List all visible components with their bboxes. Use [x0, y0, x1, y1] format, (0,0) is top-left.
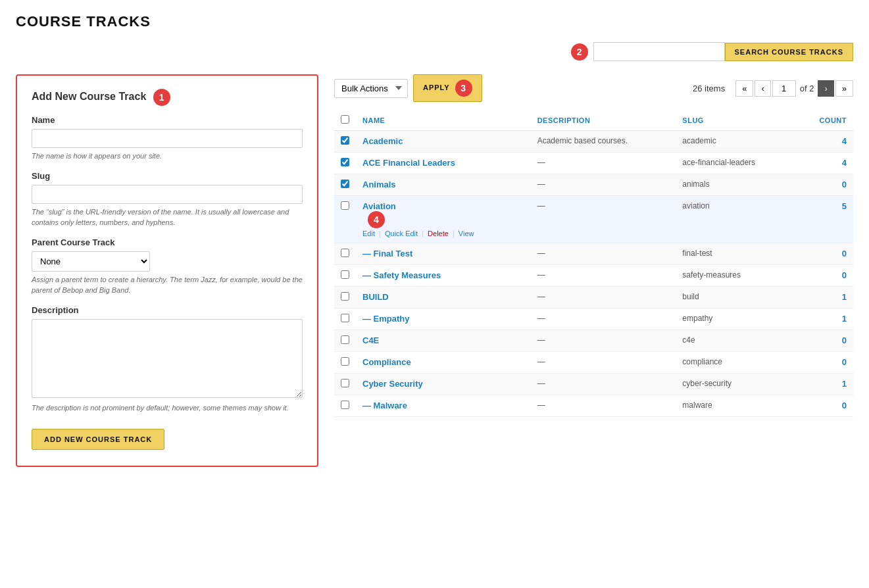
row-slug-cell: compliance: [676, 352, 796, 374]
row-slug-cell: aviation: [676, 196, 796, 243]
row-name-link[interactable]: BUILD: [362, 292, 524, 302]
row-name-link[interactable]: ACE Financial Leaders: [362, 158, 524, 168]
next-page-button[interactable]: ›: [818, 80, 833, 97]
row-name-link[interactable]: — Final Test: [362, 249, 524, 258]
quick-edit-link[interactable]: Quick Edit: [385, 230, 418, 237]
count-link[interactable]: 0: [842, 249, 847, 258]
description-input[interactable]: [32, 319, 303, 398]
row-slug-cell: animals: [676, 174, 796, 196]
row-count-cell[interactable]: 5: [797, 196, 853, 243]
row-checkbox[interactable]: [341, 249, 349, 257]
row-count-cell[interactable]: 1: [797, 374, 853, 395]
row-checkbox-cell: [334, 196, 356, 243]
count-link[interactable]: 4: [842, 158, 847, 168]
parent-group: Parent Course Track None Assign a parent…: [32, 237, 303, 296]
count-link[interactable]: 0: [842, 270, 847, 280]
select-all-checkbox[interactable]: [341, 115, 349, 124]
row-description-cell: —: [531, 374, 676, 395]
pagination: « ‹ of 2 › »: [735, 80, 853, 97]
row-count-cell[interactable]: 0: [797, 330, 853, 352]
current-page-input[interactable]: [772, 80, 796, 97]
row-description-cell: —: [531, 352, 676, 374]
view-link[interactable]: View: [459, 230, 474, 237]
row-name-cell: — Final TestEdit | Quick Edit | Delete |…: [356, 243, 531, 265]
row-name-link[interactable]: Cyber Security: [362, 379, 524, 389]
edit-link[interactable]: Edit: [362, 230, 375, 237]
row-checkbox[interactable]: [341, 201, 349, 210]
delete-link[interactable]: Delete: [428, 230, 449, 237]
row-checkbox[interactable]: [341, 180, 349, 188]
count-link[interactable]: 1: [842, 292, 847, 302]
col-slug-header[interactable]: Slug: [676, 110, 796, 131]
row-checkbox-cell: [334, 395, 356, 417]
search-button[interactable]: Search Course Tracks: [725, 43, 853, 61]
count-link[interactable]: 5: [842, 201, 847, 211]
row-slug-cell: empathy: [676, 308, 796, 330]
row-name-link[interactable]: — Malware: [362, 401, 524, 410]
row-checkbox[interactable]: [341, 136, 349, 145]
row-checkbox[interactable]: [341, 401, 349, 409]
row-name-link[interactable]: Academic: [362, 136, 524, 146]
row-count-cell[interactable]: 0: [797, 265, 853, 287]
row-count-cell[interactable]: 0: [797, 174, 853, 196]
add-course-track-button[interactable]: Add New Course Track: [32, 429, 164, 450]
search-input[interactable]: [593, 42, 725, 61]
row-name-cell: AcademicEdit | Quick Edit | Delete | Vie…: [356, 131, 531, 153]
row-checkbox[interactable]: [341, 357, 349, 366]
slug-label: Slug: [32, 171, 303, 181]
row-checkbox[interactable]: [341, 270, 349, 279]
row-name-link[interactable]: — Safety Measures: [362, 270, 524, 280]
row-checkbox-cell: [334, 131, 356, 153]
count-link[interactable]: 0: [842, 180, 847, 189]
description-group: Description The description is not promi…: [32, 305, 303, 414]
count-link[interactable]: 0: [842, 357, 847, 367]
row-name-link[interactable]: Aviation: [362, 201, 524, 211]
count-link[interactable]: 1: [842, 379, 847, 389]
row-checkbox[interactable]: [341, 158, 349, 166]
row-count-cell[interactable]: 0: [797, 352, 853, 374]
row-count-cell[interactable]: 4: [797, 153, 853, 174]
apply-button[interactable]: Apply 3: [413, 74, 482, 102]
col-count-header[interactable]: Count: [797, 110, 853, 131]
row-count-cell[interactable]: 0: [797, 243, 853, 265]
row-count-cell[interactable]: 1: [797, 287, 853, 308]
row-slug-cell: malware: [676, 395, 796, 417]
row-name-link[interactable]: Compliance: [362, 357, 524, 367]
row-checkbox-cell: [334, 243, 356, 265]
row-count-cell[interactable]: 1: [797, 308, 853, 330]
row-name-link[interactable]: C4E: [362, 335, 524, 345]
table-row: C4EEdit | Quick Edit | Delete | View—c4e…: [334, 330, 853, 352]
row-checkbox[interactable]: [341, 292, 349, 301]
row-description-cell: —: [531, 395, 676, 417]
row-count-cell[interactable]: 4: [797, 131, 853, 153]
row-name-cell: AnimalsEdit | Quick Edit | Delete | View: [356, 174, 531, 196]
select-all-header: [334, 110, 356, 131]
row-name-link[interactable]: — Empathy: [362, 314, 524, 324]
row-checkbox[interactable]: [341, 335, 349, 344]
table-row: — Final TestEdit | Quick Edit | Delete |…: [334, 243, 853, 265]
toolbar-left: Bulk Actions Apply 3: [334, 74, 482, 102]
count-link[interactable]: 4: [842, 136, 847, 146]
count-link[interactable]: 0: [842, 335, 847, 345]
col-name-header[interactable]: Name: [356, 110, 531, 131]
row-name-link[interactable]: Animals: [362, 180, 524, 189]
bulk-actions-select[interactable]: Bulk Actions: [334, 79, 408, 98]
first-page-button[interactable]: «: [735, 80, 753, 97]
last-page-button[interactable]: »: [835, 80, 853, 97]
badge-3: 3: [455, 80, 472, 97]
row-checkbox[interactable]: [341, 314, 349, 322]
row-description-cell: —: [531, 196, 676, 243]
name-label: Name: [32, 115, 303, 125]
prev-page-button[interactable]: ‹: [755, 80, 770, 97]
name-input[interactable]: [32, 129, 303, 148]
parent-select[interactable]: None: [32, 251, 150, 272]
row-slug-cell: academic: [676, 131, 796, 153]
col-description-header[interactable]: Description: [531, 110, 676, 131]
count-link[interactable]: 1: [842, 314, 847, 324]
row-count-cell[interactable]: 0: [797, 395, 853, 417]
row-name-cell: BUILDEdit | Quick Edit | Delete | View: [356, 287, 531, 308]
row-name-cell: — MalwareEdit | Quick Edit | Delete | Vi…: [356, 395, 531, 417]
slug-input[interactable]: [32, 185, 303, 204]
row-checkbox[interactable]: [341, 379, 349, 387]
count-link[interactable]: 0: [842, 401, 847, 410]
